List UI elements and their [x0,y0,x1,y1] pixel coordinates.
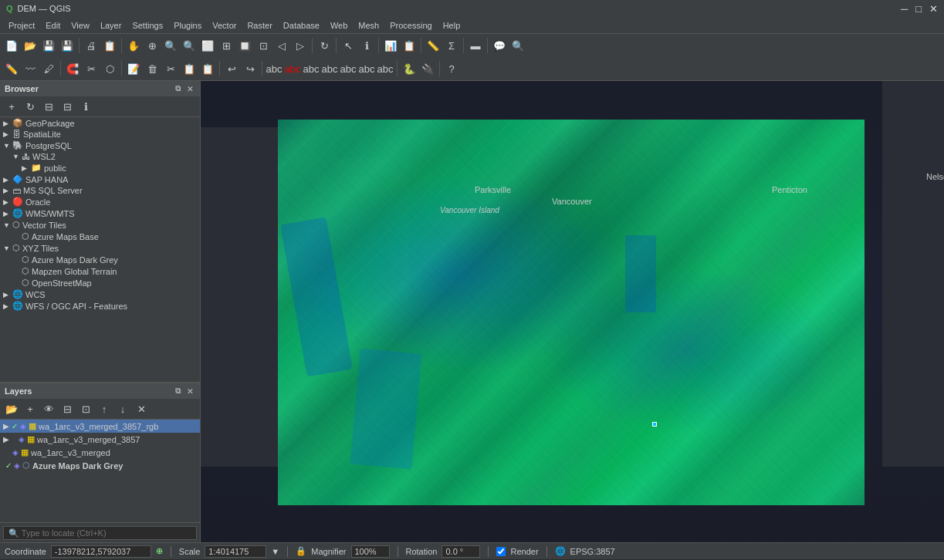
browser-item-osm[interactable]: ⬡ OpenStreetMap [0,277,200,288]
search-button[interactable]: 🔍 [509,37,526,54]
refresh-button[interactable]: ↻ [316,37,333,54]
digitize-btn1[interactable]: ✏️ [3,60,20,77]
print-button[interactable]: 🖨 [83,37,100,54]
browser-item-geopackage[interactable]: ▶ 📦 GeoPackage [0,117,200,129]
browser-close-button[interactable]: ✕ [184,83,195,94]
layers-visibility-btn[interactable]: 👁 [40,400,57,417]
menu-project[interactable]: Project [3,19,40,32]
browser-item-public[interactable]: ▶ 📁 public [0,162,200,174]
select-feature-button[interactable]: ↖ [340,37,357,54]
save-project-button[interactable]: 💾 [40,37,57,54]
help-btn[interactable]: ? [443,60,460,77]
digitize-btn2[interactable]: 〰 [22,60,39,77]
print-composer-button[interactable]: 📋 [101,37,118,54]
layers-add-btn[interactable]: + [22,400,39,417]
layers-open-btn[interactable]: 📂 [3,400,20,417]
browser-item-spatialite[interactable]: ▶ 🗄 SpatiaLite [0,129,200,140]
titlebar-controls[interactable]: ─ □ ✕ [901,3,938,15]
browser-float-button[interactable]: ⧉ [172,83,183,94]
browser-filter-btn[interactable]: ⊟ [40,98,57,115]
scale-input[interactable] [205,545,266,558]
menu-help[interactable]: Help [438,19,466,32]
maximize-button[interactable]: □ [915,3,922,15]
browser-item-azuredark[interactable]: ⬡ Azure Maps Dark Grey [0,254,200,265]
layers-content[interactable]: ▶ ✓ ◈ ▦ wa_1arc_v3_merged_3857_rgb ▶ □ ◈… [0,420,200,522]
menu-view[interactable]: View [66,19,95,32]
layers-filter-layer-btn[interactable]: ⊡ [77,400,94,417]
digitize-btn3[interactable]: 🖊 [40,60,57,77]
browser-item-postgresql[interactable]: ▼ 🐘 PostgreSQL [0,140,200,151]
menu-processing[interactable]: Processing [384,19,437,32]
zoom-last-button[interactable]: ◁ [273,37,290,54]
scale-dropdown[interactable]: ▼ [271,547,279,556]
undo-btn[interactable]: ↩ [223,60,240,77]
menu-vector[interactable]: Vector [207,19,242,32]
label-btn4[interactable]: abc [321,60,338,77]
layers-filter-btn[interactable]: ⊟ [59,400,76,417]
browser-add-btn[interactable]: + [3,98,20,115]
pan-button[interactable]: ✋ [125,37,142,54]
python-btn[interactable]: 🐍 [401,60,418,77]
redo-btn[interactable]: ↪ [242,60,259,77]
edit-btn2[interactable]: ⬡ [101,60,118,77]
edit-btn3[interactable]: 📝 [125,60,142,77]
zoom-in-button[interactable]: 🔍 [162,37,179,54]
menu-layer[interactable]: Layer [95,19,127,32]
save-as-button[interactable]: 💾 [59,37,76,54]
layer-item-merged[interactable]: □ ◈ ▦ wa_1arc_v3_merged [0,446,200,459]
zoom-to-layer-button[interactable]: ⊡ [255,37,272,54]
epsg-label[interactable]: EPSG:3857 [570,547,615,556]
statistics-button[interactable]: Σ [443,37,460,54]
open-project-button[interactable]: 📂 [22,37,39,54]
layers-float-button[interactable]: ⧉ [172,386,183,396]
browser-item-mssql[interactable]: ▶ 🗃 MS SQL Server [0,185,200,196]
zoom-to-selection-button[interactable]: 🔲 [236,37,253,54]
scalebar-button[interactable]: ▬ [467,37,484,54]
menu-plugins[interactable]: Plugins [168,19,207,32]
minimize-button[interactable]: ─ [901,3,908,15]
zoom-rubber-band-button[interactable]: ⬜ [199,37,216,54]
browser-item-wmswmts[interactable]: ▶ 🌐 WMS/WMTS [0,207,200,219]
label-btn7[interactable]: abc [377,60,394,77]
layers-remove-btn[interactable]: ✕ [133,400,150,417]
zoom-next-button[interactable]: ▷ [292,37,309,54]
label-btn3[interactable]: abc [303,60,320,77]
measure-button[interactable]: 📏 [425,37,442,54]
delete-btn[interactable]: 🗑 [144,60,161,77]
menu-database[interactable]: Database [278,19,325,32]
rotation-input[interactable] [442,545,480,558]
paste-btn[interactable]: 📋 [199,60,216,77]
snap-btn[interactable]: 🧲 [64,60,81,77]
layers-move-up-btn[interactable]: ↑ [96,400,113,417]
label-btn1[interactable]: abc [266,60,283,77]
browser-item-saphana[interactable]: ▶ 🔷 SAP HANA [0,174,200,185]
label-btn6[interactable]: abc [358,60,375,77]
menu-raster[interactable]: Raster [242,19,277,32]
zoom-to-full-button[interactable]: ⊞ [218,37,235,54]
layer-item-azure[interactable]: ✓ ◈ ⬡ Azure Maps Dark Grey [0,459,200,472]
layer-diagram-button[interactable]: 📊 [382,37,399,54]
label-btn5[interactable]: abc [340,60,357,77]
browser-item-azuremapsbase[interactable]: ⬡ Azure Maps Base [0,231,200,242]
browser-item-vectortiles[interactable]: ▼ ⬡ Vector Tiles [0,219,200,231]
browser-item-wcs[interactable]: ▶ 🌐 WCS [0,288,200,300]
zoom-out-button[interactable]: 🔍 [181,37,198,54]
coordinate-input[interactable] [51,545,151,558]
identify-button[interactable]: ℹ [358,37,375,54]
browser-content[interactable]: ▶ 📦 GeoPackage ▶ 🗄 SpatiaLite ▼ 🐘 Postgr… [0,117,200,382]
browser-item-wfs[interactable]: ▶ 🌐 WFS / OGC API - Features [0,300,200,312]
browser-refresh-btn[interactable]: ↻ [22,98,39,115]
browser-item-xyztiles[interactable]: ▼ ⬡ XYZ Tiles [0,242,200,254]
menu-mesh[interactable]: Mesh [353,19,384,32]
label-btn2[interactable]: abc [284,60,301,77]
browser-info-btn[interactable]: ℹ [77,98,94,115]
map-container[interactable]: Vancouver Penticton Nelson Cranbrook Par… [201,81,944,542]
menu-web[interactable]: Web [325,19,353,32]
edit-btn1[interactable]: ✂ [83,60,100,77]
menu-settings[interactable]: Settings [127,19,168,32]
render-checkbox[interactable] [496,547,506,556]
decorations-button[interactable]: 💬 [491,37,508,54]
layers-close-button[interactable]: ✕ [184,386,195,396]
open-table-button[interactable]: 📋 [401,37,418,54]
plugin-btn[interactable]: 🔌 [419,60,436,77]
